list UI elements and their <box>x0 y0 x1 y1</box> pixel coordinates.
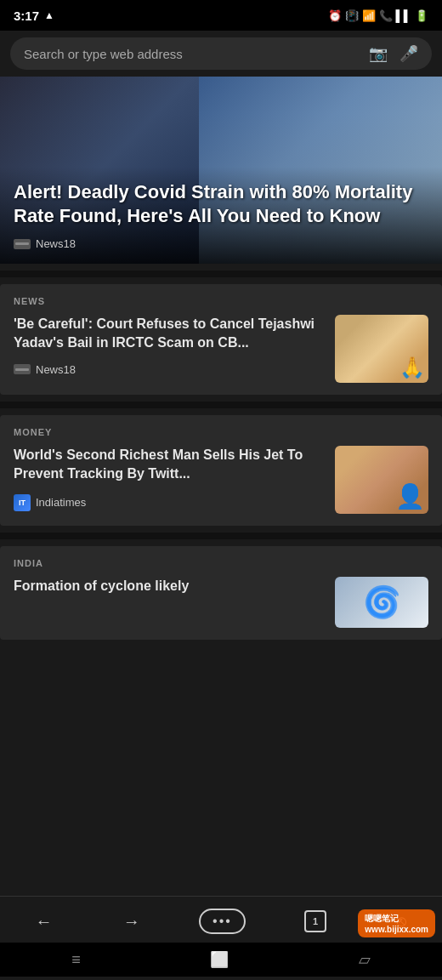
bottom-spacer <box>0 647 442 723</box>
bottom-nav: ← → ••• 1 ⎋ ≡ ⬜ ▱ <box>0 896 442 980</box>
news18-logo <box>14 239 31 249</box>
search-icons: 📷 🎤 <box>369 44 418 63</box>
card-source-row-1: News18 <box>14 363 325 376</box>
search-placeholder: Search or type web address <box>24 47 360 61</box>
divider-3 <box>0 533 442 539</box>
card-text-2: World's Second Richest Man Sells His Jet… <box>14 446 325 511</box>
tejashwi-image <box>335 315 428 383</box>
card-content-2: World's Second Richest Man Sells His Jet… <box>14 446 428 514</box>
back-button[interactable]: ← <box>24 907 65 937</box>
menu-button[interactable]: ••• <box>199 909 246 934</box>
hero-source-name: News18 <box>36 237 76 250</box>
call-icon: 📞 <box>379 9 393 22</box>
hero-source-row: News18 <box>14 237 428 250</box>
hero-image: Alert! Deadly Covid Strain with 80% Mort… <box>0 77 442 264</box>
card-source-1: News18 <box>36 363 76 376</box>
indiatimes-logo: IT <box>14 494 31 511</box>
card-text-3: Formation of cyclone likely <box>14 577 325 606</box>
alert-icon: ▲ <box>44 9 54 21</box>
arnault-image <box>335 446 428 514</box>
time-display: 3:17 <box>14 9 39 23</box>
divider-2 <box>0 402 442 408</box>
cyclone-image: 🌀 <box>335 577 428 628</box>
card-source-row-2: IT Indiatimes <box>14 494 325 511</box>
forward-button[interactable]: → <box>111 907 152 937</box>
sys-nav-home: ⬜ <box>210 950 229 969</box>
status-bar: 3:17 ▲ ⏰ 📳 📶 📞 ▌▌ 🔋 <box>0 0 442 31</box>
card-image-2 <box>335 446 428 514</box>
card-image-3: 🌀 <box>335 577 428 628</box>
news-card-3[interactable]: INDIA Formation of cyclone likely 🌀 <box>0 546 442 640</box>
card-title-1: 'Be Careful': Court Refuses to Cancel Te… <box>14 315 325 353</box>
card-source-2: Indiatimes <box>36 496 86 509</box>
search-bar[interactable]: Search or type web address 📷 🎤 <box>10 37 432 70</box>
hero-card[interactable]: Alert! Deadly Covid Strain with 80% Mort… <box>0 77 442 264</box>
alarm-icon: ⏰ <box>328 9 342 22</box>
microphone-icon[interactable]: 🎤 <box>400 44 418 63</box>
card-title-2: World's Second Richest Man Sells His Jet… <box>14 446 325 484</box>
sys-nav-menu: ≡ <box>71 951 81 969</box>
card-text-1: 'Be Careful': Court Refuses to Cancel Te… <box>14 315 325 376</box>
status-left: 3:17 ▲ <box>14 9 54 23</box>
news-card-1[interactable]: NEWS 'Be Careful': Court Refuses to Canc… <box>0 284 442 395</box>
wifi-icon: 📶 <box>362 9 376 22</box>
news-card-2[interactable]: MONEY World's Second Richest Man Sells H… <box>0 415 442 526</box>
camera-icon[interactable]: 📷 <box>369 44 388 63</box>
hero-overlay: Alert! Deadly Covid Strain with 80% Mort… <box>0 167 442 264</box>
tabs-count: 1 <box>304 910 326 932</box>
card-category-2: MONEY <box>14 427 428 437</box>
card-content-1: 'Be Careful': Court Refuses to Cancel Te… <box>14 315 428 383</box>
status-right: ⏰ 📳 📶 📞 ▌▌ 🔋 <box>328 9 428 22</box>
card-image-1 <box>335 315 428 383</box>
card-category-1: NEWS <box>14 296 428 306</box>
sys-nav-recent: ▱ <box>359 950 371 969</box>
system-nav: ≡ ⬜ ▱ <box>0 943 442 977</box>
tabs-button[interactable]: 1 <box>292 905 338 937</box>
card-category-3: INDIA <box>14 558 428 568</box>
signal-icon: ▌▌ <box>396 9 411 22</box>
news18-logo-small <box>14 364 31 374</box>
watermark: 嗯嗯笔记www.bijixx.com <box>358 909 435 937</box>
divider-1 <box>0 271 442 277</box>
battery-icon: 🔋 <box>415 9 428 22</box>
card-title-3: Formation of cyclone likely <box>14 577 325 595</box>
card-content-3: Formation of cyclone likely 🌀 <box>14 577 428 628</box>
hero-title: Alert! Deadly Covid Strain with 80% Mort… <box>14 180 428 229</box>
vibrate-icon: 📳 <box>345 9 359 22</box>
